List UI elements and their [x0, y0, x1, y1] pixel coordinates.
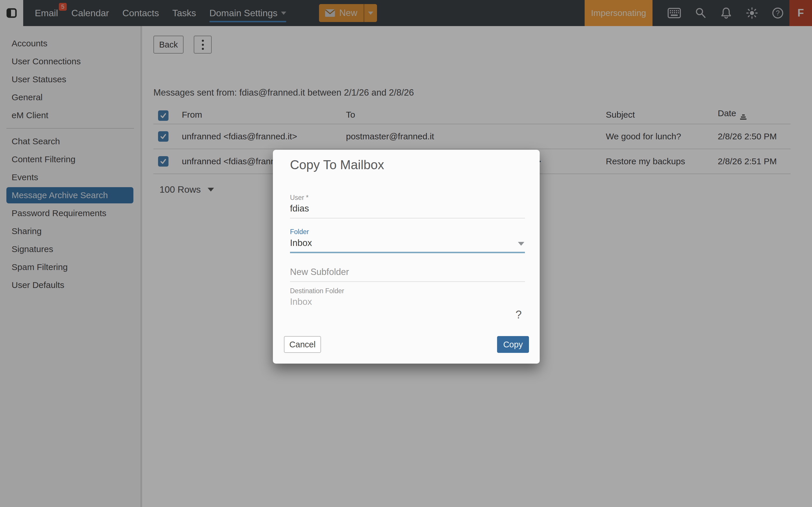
folder-select-value: Inbox — [290, 238, 312, 248]
user-input[interactable] — [290, 204, 525, 218]
dialog-help-button[interactable]: ? — [516, 308, 522, 321]
folder-field-label: Folder — [290, 228, 525, 236]
destination-folder-field: Destination Folder Inbox — [290, 287, 344, 307]
new-subfolder-input[interactable] — [290, 267, 525, 282]
application-window: Email 5 Calendar Contacts Tasks Domain S… — [0, 0, 812, 507]
destination-folder-value: Inbox — [290, 297, 344, 307]
copy-button[interactable]: Copy — [497, 336, 529, 353]
destination-folder-label: Destination Folder — [290, 287, 344, 295]
cancel-button[interactable]: Cancel — [284, 336, 321, 353]
new-subfolder-field — [290, 267, 525, 282]
user-field: User * — [290, 194, 525, 218]
copy-to-mailbox-dialog: Copy To Mailbox ? User * Folder Inbox De… — [273, 150, 540, 363]
folder-select[interactable]: Inbox — [290, 238, 525, 253]
folder-field: Folder Inbox — [290, 228, 525, 253]
dialog-title: Copy To Mailbox — [290, 158, 384, 172]
user-field-label: User * — [290, 194, 525, 202]
chevron-down-icon — [518, 242, 524, 246]
